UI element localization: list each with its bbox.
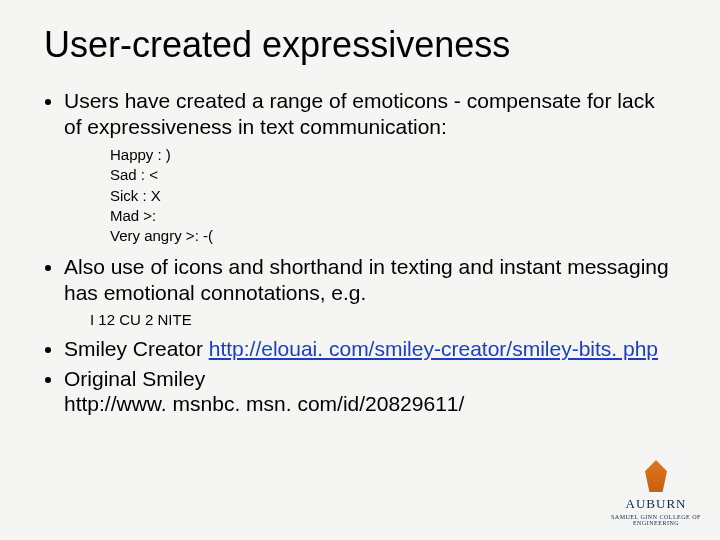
- auburn-logo-sub: SAMUEL GINN COLLEGE OF ENGINEERING: [610, 514, 702, 526]
- emoticon-mad: Mad >:: [110, 206, 676, 226]
- auburn-logo-name: AUBURN: [610, 496, 702, 512]
- slide-title: User-created expressiveness: [44, 24, 676, 66]
- bullet-list-3: Smiley Creator http://elouai. com/smiley…: [44, 336, 676, 417]
- emoticon-sick: Sick : X: [110, 186, 676, 206]
- emoticon-very-angry: Very angry >: -(: [110, 226, 676, 246]
- auburn-logo-mark: [645, 460, 667, 492]
- bullet-list-2: Also use of icons and shorthand in texti…: [44, 254, 676, 305]
- emoticon-list: Happy : ) Sad : < Sick : X Mad >: Very a…: [110, 145, 676, 246]
- emoticon-sad: Sad : <: [110, 165, 676, 185]
- bullet-3-text: Smiley Creator: [64, 337, 209, 360]
- bullet-3: Smiley Creator http://elouai. com/smiley…: [64, 336, 676, 362]
- bullet-list: Users have created a range of emoticons …: [44, 88, 676, 139]
- auburn-logo: AUBURN SAMUEL GINN COLLEGE OF ENGINEERIN…: [610, 460, 702, 526]
- slide: User-created expressiveness Users have c…: [0, 0, 720, 540]
- original-smiley-link: http://www. msnbc. msn. com/id/20829611/: [64, 392, 464, 415]
- emoticon-happy: Happy : ): [110, 145, 676, 165]
- bullet-1: Users have created a range of emoticons …: [64, 88, 676, 139]
- bullet-2: Also use of icons and shorthand in texti…: [64, 254, 676, 305]
- bullet-4: Original Smiley http://www. msnbc. msn. …: [64, 366, 676, 417]
- bullet-4-text: Original Smiley: [64, 367, 205, 390]
- shorthand-example: I 12 CU 2 NITE: [90, 310, 676, 330]
- smiley-creator-link[interactable]: http://elouai. com/smiley-creator/smiley…: [209, 337, 658, 360]
